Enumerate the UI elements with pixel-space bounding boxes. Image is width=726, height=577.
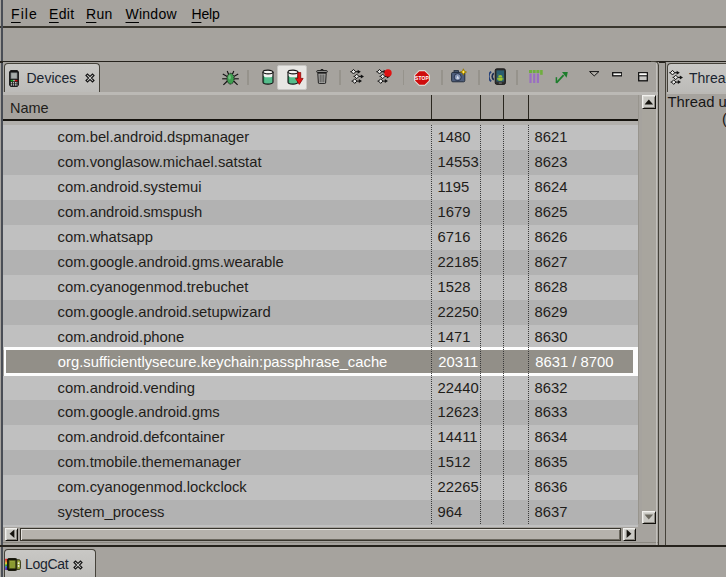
svg-text:STOP: STOP <box>414 75 429 80</box>
